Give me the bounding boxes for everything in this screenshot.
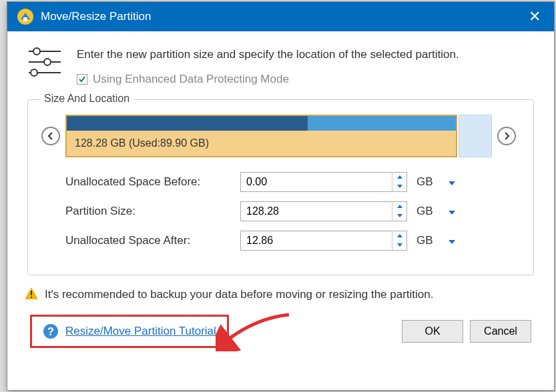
partition-size-unit-dropdown[interactable] xyxy=(449,205,455,217)
cancel-button[interactable]: Cancel xyxy=(470,320,531,343)
partition-size-input[interactable] xyxy=(241,202,392,221)
space-before-unit: GB xyxy=(416,175,437,189)
svg-text:?: ? xyxy=(47,326,54,337)
svg-rect-1 xyxy=(23,17,27,21)
svg-rect-9 xyxy=(31,297,32,298)
warning-icon xyxy=(25,287,38,303)
intro-text: Enter the new partition size and specify… xyxy=(77,46,459,63)
partition-label: 128.28 GB (Used:89.90 GB) xyxy=(67,131,456,156)
partition-size-label: Partition Size: xyxy=(65,205,240,218)
title-bar: Move/Resize Partition ✕ xyxy=(7,2,554,31)
usage-used xyxy=(67,116,308,131)
space-after-label: Unallocated Space After: xyxy=(65,234,240,247)
enhanced-mode-checkbox-row: Using Enhanced Data Protecting Mode xyxy=(77,73,459,86)
footer-row: ? Resize/Move Partition Tutorial OK Canc… xyxy=(27,315,534,348)
space-after-unit-dropdown[interactable] xyxy=(449,235,455,247)
move-resize-dialog: Move/Resize Partition ✕ Enter the new pa… xyxy=(7,1,555,391)
partition-block[interactable]: 128.28 GB (Used:89.90 GB) xyxy=(65,115,457,157)
partition-bar-row: 128.28 GB (Used:89.90 GB) xyxy=(41,115,516,157)
size-location-fieldset: Size And Location 128.28 GB (Used:89.90 … xyxy=(27,99,534,275)
partition-size-row: Partition Size: GB xyxy=(41,201,516,221)
space-before-label: Unallocated Space Before: xyxy=(65,175,240,189)
tutorial-link[interactable]: Resize/Move Partition Tutorial xyxy=(65,325,216,338)
partition-size-unit: GB xyxy=(416,205,437,218)
space-after-spinner[interactable] xyxy=(240,231,407,251)
intro-text-block: Enter the new partition size and specify… xyxy=(77,46,459,86)
sliders-icon xyxy=(27,46,62,78)
close-button[interactable]: ✕ xyxy=(525,8,545,25)
space-after-input[interactable] xyxy=(241,231,392,250)
space-before-input[interactable] xyxy=(241,173,392,191)
warning-text: It's recommended to backup your data bef… xyxy=(45,288,434,301)
space-after-unit: GB xyxy=(416,234,437,247)
tutorial-highlight-box: ? Resize/Move Partition Tutorial xyxy=(30,315,229,348)
intro-section: Enter the new partition size and specify… xyxy=(27,46,534,86)
space-before-row: Unallocated Space Before: GB xyxy=(41,172,516,192)
scroll-right-button[interactable] xyxy=(497,127,516,145)
svg-rect-8 xyxy=(31,291,32,295)
warning-row: It's recommended to backup your data bef… xyxy=(25,287,534,303)
enhanced-mode-checkbox[interactable] xyxy=(77,74,87,85)
ok-button[interactable]: OK xyxy=(402,320,463,343)
dialog-content: Enter the new partition size and specify… xyxy=(7,31,554,361)
partition-size-up[interactable] xyxy=(392,202,406,211)
svg-point-7 xyxy=(31,69,37,76)
enhanced-mode-label: Using Enhanced Data Protecting Mode xyxy=(93,73,289,86)
annotation-arrow-icon xyxy=(216,311,296,354)
space-before-spinner[interactable] xyxy=(240,172,407,192)
space-after-down[interactable] xyxy=(392,241,406,250)
dialog-title: Move/Resize Partition xyxy=(41,10,525,23)
unallocated-block[interactable] xyxy=(459,115,492,157)
space-before-unit-dropdown[interactable] xyxy=(449,176,455,188)
scroll-left-button[interactable] xyxy=(41,127,60,145)
partition-size-down[interactable] xyxy=(392,211,406,221)
svg-point-3 xyxy=(33,48,40,55)
space-before-down[interactable] xyxy=(392,182,406,191)
usage-bar xyxy=(67,116,456,131)
space-after-row: Unallocated Space After: GB xyxy=(41,231,516,251)
help-icon: ? xyxy=(43,323,59,339)
partition-size-spinner[interactable] xyxy=(240,201,407,221)
space-after-up[interactable] xyxy=(392,231,406,241)
fieldset-legend: Size And Location xyxy=(40,93,133,105)
space-before-up[interactable] xyxy=(392,173,406,182)
svg-point-5 xyxy=(44,59,51,65)
partition-app-icon xyxy=(17,8,34,25)
